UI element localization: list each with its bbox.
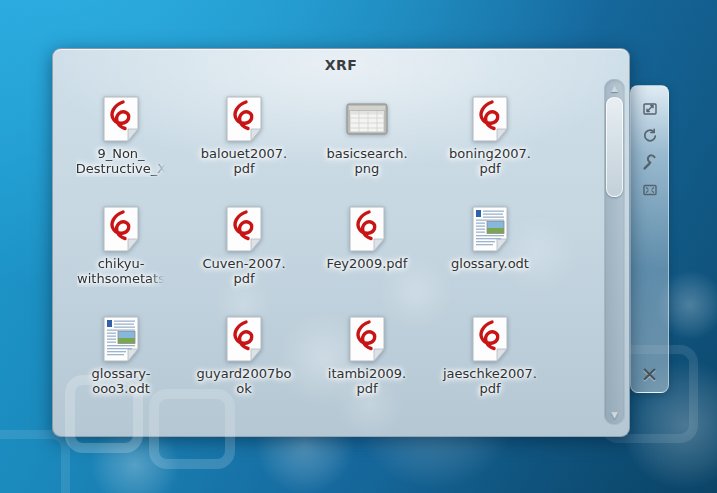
file-grid: 9_Non_ Destructive_X balouet2007. pdf ba… (61, 94, 555, 424)
pdf-file-icon (97, 205, 145, 253)
wrench-icon (641, 154, 659, 172)
file-item[interactable]: 9_Non_ Destructive_X (61, 94, 181, 204)
pdf-file-icon (96, 204, 146, 254)
scroll-up-icon[interactable]: ▲ (604, 81, 625, 96)
pdf-file-icon (220, 95, 268, 143)
pdf-file-icon (342, 314, 392, 364)
file-item[interactable]: balouet2007. pdf (184, 94, 304, 204)
scroll-down-icon[interactable]: ▼ (604, 408, 625, 423)
file-item[interactable]: guyard2007bo ok (184, 314, 304, 424)
file-label: chikyu- withsometats (77, 256, 165, 287)
wallpaper-pattern-square (0, 430, 70, 493)
file-item[interactable]: glossary- ooo3.odt (61, 314, 181, 424)
pdf-file-icon (219, 204, 269, 254)
image-file-icon (342, 94, 392, 144)
file-label: itambi2009. pdf (328, 366, 406, 397)
odt-file-icon (97, 315, 145, 363)
file-label: jaeschke2007. pdf (443, 366, 537, 397)
file-label: balouet2007. pdf (201, 146, 287, 177)
file-item[interactable]: itambi2009. pdf (307, 314, 427, 424)
pdf-file-icon (343, 205, 391, 253)
folder-view-popup: XRF 9_Non_ Destructive_X balouet2007. pd… (52, 48, 630, 437)
file-label: glossary- ooo3.odt (92, 366, 151, 397)
resize-button[interactable] (640, 99, 660, 119)
file-label: Cuven-2007. pdf (202, 256, 285, 287)
widget-handle-panel: ✕ (630, 85, 669, 393)
resize-icon (641, 100, 659, 118)
pdf-file-icon (465, 314, 515, 364)
image-file-icon (343, 95, 391, 143)
pdf-file-icon (343, 315, 391, 363)
odt-file-icon (96, 314, 146, 364)
rotate-icon (641, 127, 659, 145)
odt-file-icon (465, 204, 515, 254)
file-item[interactable]: jaeschke2007. pdf (430, 314, 550, 424)
file-item[interactable]: basicsearch. png (307, 94, 427, 204)
file-label: guyard2007bo ok (197, 366, 292, 397)
file-label: glossary.odt (451, 256, 529, 271)
pdf-file-icon (96, 94, 146, 144)
file-label: Fey2009.pdf (327, 256, 408, 271)
file-item[interactable]: Cuven-2007. pdf (184, 204, 304, 314)
popup-title: XRF (53, 57, 629, 73)
file-label: basicsearch. png (326, 146, 407, 177)
pdf-file-icon (220, 205, 268, 253)
file-item[interactable]: chikyu- withsometats (61, 204, 181, 314)
pdf-file-icon (465, 94, 515, 144)
file-label: 9_Non_ Destructive_X (76, 146, 166, 177)
file-label: boning2007. pdf (449, 146, 531, 177)
scrollbar-thumb[interactable] (606, 97, 623, 197)
pdf-file-icon (466, 95, 514, 143)
file-item[interactable]: Fey2009.pdf (307, 204, 427, 314)
odt-file-icon (466, 205, 514, 253)
configure-button[interactable] (640, 153, 660, 173)
pdf-file-icon (97, 95, 145, 143)
pdf-file-icon (219, 94, 269, 144)
file-item[interactable]: glossary.odt (430, 204, 550, 314)
scrollbar[interactable]: ▲ ▼ (604, 79, 625, 425)
rotate-button[interactable] (640, 126, 660, 146)
pdf-file-icon (220, 315, 268, 363)
pdf-file-icon (342, 204, 392, 254)
maximize-button[interactable] (640, 180, 660, 200)
pdf-file-icon (219, 314, 269, 364)
maximize-icon (641, 181, 659, 199)
close-widget-button[interactable]: ✕ (631, 364, 668, 386)
file-item[interactable]: boning2007. pdf (430, 94, 550, 204)
pdf-file-icon (466, 315, 514, 363)
